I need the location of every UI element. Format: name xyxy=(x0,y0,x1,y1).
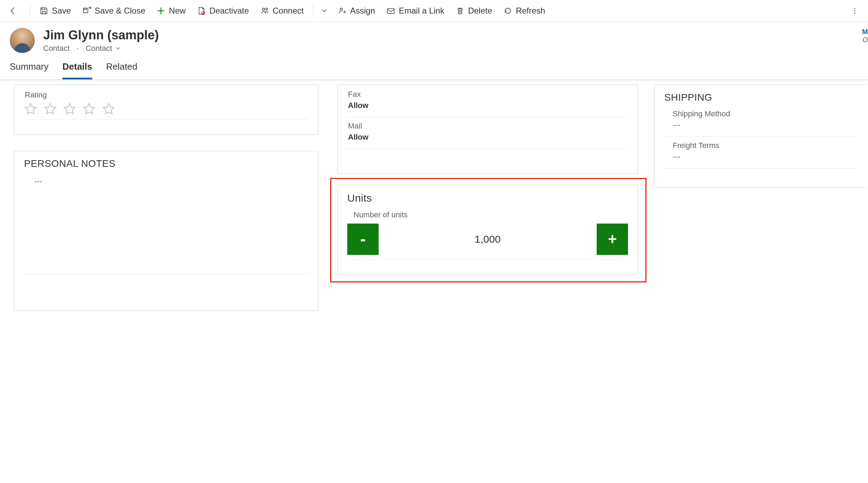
save-close-label: Save & Close xyxy=(95,6,145,16)
new-label: New xyxy=(169,6,186,16)
svg-point-6 xyxy=(854,10,855,11)
tab-summary[interactable]: Summary xyxy=(10,61,48,79)
units-value[interactable]: 1,000 xyxy=(379,233,597,245)
assign-button[interactable]: Assign xyxy=(332,4,381,18)
assign-icon xyxy=(338,6,347,15)
star-icon xyxy=(44,102,57,116)
fax-value: Allow xyxy=(347,101,628,114)
form-body: Rating PERSONAL NOTES --- Fax Allow xyxy=(0,80,868,351)
svg-point-5 xyxy=(854,8,855,9)
deactivate-button[interactable]: Deactivate xyxy=(191,4,254,18)
save-label: Save xyxy=(52,6,71,16)
freight-terms-label: Freight Terms xyxy=(664,138,856,152)
personal-notes-title: PERSONAL NOTES xyxy=(24,158,308,169)
units-label: Number of units xyxy=(347,207,628,221)
svg-point-1 xyxy=(262,8,265,10)
field-fax[interactable]: Fax Allow xyxy=(347,86,628,117)
record-subtitle: Contact Contact xyxy=(43,44,159,53)
dot-separator xyxy=(75,44,81,53)
mail-value: Allow xyxy=(347,133,628,146)
connect-split-button[interactable] xyxy=(317,7,332,15)
tab-related[interactable]: Related xyxy=(106,61,138,79)
new-button[interactable]: New xyxy=(151,4,191,18)
connect-icon xyxy=(260,6,269,15)
section-units: Units Number of units - 1,000 + xyxy=(337,185,638,275)
connect-button[interactable]: Connect xyxy=(255,4,309,18)
section-shipping: SHIPPING Shipping Method --- Freight Ter… xyxy=(654,85,866,188)
toolbar-divider xyxy=(313,4,313,18)
rating-control[interactable] xyxy=(24,102,308,119)
star-icon xyxy=(83,102,96,116)
command-bar: Save Save & Close New Deactivate Connect… xyxy=(0,0,868,22)
plus-icon xyxy=(156,6,165,15)
header-partial-top: M xyxy=(862,28,868,36)
svg-point-7 xyxy=(854,12,855,13)
chevron-down-icon xyxy=(115,45,121,52)
refresh-label: Refresh xyxy=(516,6,545,16)
shipping-method-label: Shipping Method xyxy=(664,106,856,120)
avatar xyxy=(10,28,35,53)
connect-label: Connect xyxy=(273,6,304,16)
increment-button[interactable]: + xyxy=(597,224,628,255)
star-icon xyxy=(63,102,76,116)
shipping-method-value: --- xyxy=(664,120,856,134)
delete-label: Delete xyxy=(468,6,492,16)
units-title: Units xyxy=(347,192,628,204)
email-link-button[interactable]: Email a Link xyxy=(381,4,450,18)
section-rating: Rating xyxy=(14,85,318,135)
decrement-button[interactable]: - xyxy=(347,224,379,255)
back-button[interactable] xyxy=(6,4,20,18)
field-mail[interactable]: Mail Allow xyxy=(347,118,628,149)
personal-notes-value[interactable]: --- xyxy=(24,177,308,190)
assign-label: Assign xyxy=(350,6,375,16)
trash-icon xyxy=(456,6,465,15)
field-shipping-method[interactable]: Shipping Method --- xyxy=(664,106,856,137)
refresh-button[interactable]: Refresh xyxy=(498,4,551,18)
svg-point-2 xyxy=(265,8,267,9)
entity-label: Contact xyxy=(43,44,70,53)
star-icon xyxy=(24,102,37,116)
shipping-title: SHIPPING xyxy=(664,92,856,103)
section-personal-notes: PERSONAL NOTES --- xyxy=(14,151,318,311)
mail-label: Mail xyxy=(347,118,628,133)
star-icon xyxy=(102,102,115,116)
section-contact-prefs: Fax Allow Mail Allow xyxy=(337,85,638,174)
email-icon xyxy=(386,6,395,15)
more-vertical-icon xyxy=(851,7,859,15)
save-close-icon xyxy=(82,6,91,15)
tab-details[interactable]: Details xyxy=(62,61,92,79)
rating-label: Rating xyxy=(24,88,308,102)
form-selector[interactable]: Contact xyxy=(86,44,121,53)
toolbar-divider xyxy=(30,4,30,18)
chevron-down-icon xyxy=(320,7,328,15)
delete-button[interactable]: Delete xyxy=(450,4,498,18)
record-header: Jim Glynn (sample) Contact Contact M O xyxy=(0,22,868,53)
email-link-label: Email a Link xyxy=(399,6,444,16)
save-icon xyxy=(39,6,48,15)
form-name: Contact xyxy=(86,44,112,53)
arrow-left-icon xyxy=(9,6,18,15)
field-freight-terms[interactable]: Freight Terms --- xyxy=(664,138,856,169)
deactivate-icon xyxy=(197,6,206,15)
refresh-icon xyxy=(503,6,512,15)
fax-label: Fax xyxy=(347,86,628,101)
save-button[interactable]: Save xyxy=(34,4,77,18)
svg-rect-4 xyxy=(387,8,394,13)
header-partial-bottom: O xyxy=(862,36,868,44)
save-close-button[interactable]: Save & Close xyxy=(77,4,151,18)
header-right-partial: M O xyxy=(862,28,868,44)
svg-point-3 xyxy=(340,8,342,10)
page-title: Jim Glynn (sample) xyxy=(43,28,159,42)
tab-list: Summary Details Related xyxy=(0,53,868,80)
overflow-button[interactable] xyxy=(848,7,862,15)
units-stepper: - 1,000 + xyxy=(347,224,628,259)
deactivate-label: Deactivate xyxy=(209,6,249,16)
freight-terms-value: --- xyxy=(664,152,856,165)
